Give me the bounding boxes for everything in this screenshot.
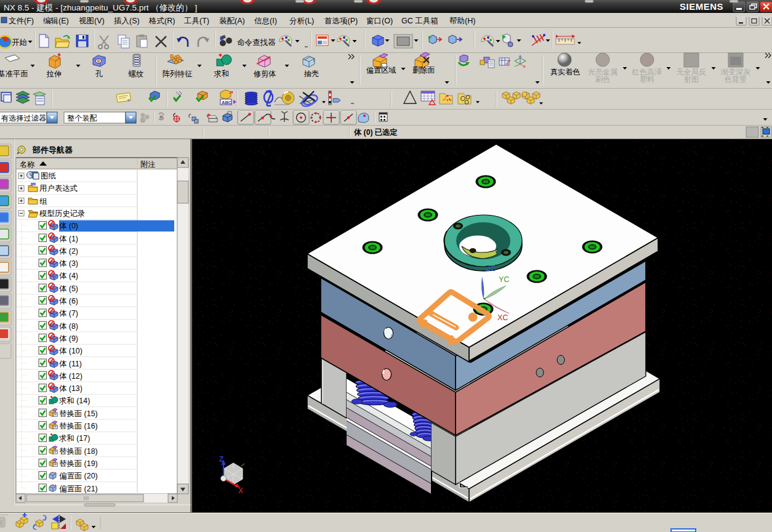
svg-text:塑料: 塑料 [640, 75, 654, 84]
svg-text:XC: XC [497, 313, 508, 322]
svg-text:首选项(P): 首选项(P) [324, 17, 358, 25]
svg-text:螺纹: 螺纹 [129, 70, 143, 78]
svg-text:工具(T): 工具(T) [184, 17, 209, 25]
svg-text:窗口(O): 窗口(O) [366, 17, 393, 25]
svg-text:体 (5): 体 (5) [59, 284, 78, 293]
svg-text:替换面 (18): 替换面 (18) [59, 447, 98, 456]
svg-text:体 (6): 体 (6) [59, 297, 78, 305]
svg-text:偏置面 (20): 偏置面 (20) [59, 472, 98, 480]
svg-text:X: X [238, 486, 243, 495]
svg-text:替换面 (15): 替换面 (15) [59, 409, 98, 418]
svg-text:文件(F): 文件(F) [9, 17, 34, 25]
svg-text:信息(I): 信息(I) [254, 17, 277, 25]
svg-text:部件导航器: 部件导航器 [32, 145, 73, 155]
svg-text:体 (11): 体 (11) [59, 360, 82, 368]
svg-text:替换面 (19): 替换面 (19) [59, 459, 98, 468]
svg-text:NX 8.5 - 建模 - [zhuangpeitu_UG7: NX 8.5 - 建模 - [zhuangpeitu_UG7.5.prt （修改… [4, 3, 197, 12]
svg-text:体 (3): 体 (3) [59, 259, 78, 268]
svg-text:++: ++ [446, 97, 452, 103]
svg-text:编辑(E): 编辑(E) [43, 17, 69, 25]
svg-text:体 (0) 已选定: 体 (0) 已选定 [353, 128, 397, 137]
svg-text:帮助(H): 帮助(H) [449, 17, 475, 25]
svg-text:GC 工具箱: GC 工具箱 [401, 17, 438, 25]
svg-text:ZC: ZC [486, 264, 496, 273]
svg-text:色背景: 色背景 [724, 75, 747, 84]
svg-text:抽壳: 抽壳 [304, 70, 319, 78]
svg-text:体 (13): 体 (13) [59, 384, 82, 393]
svg-text:阵列特征: 阵列特征 [163, 70, 193, 78]
svg-text:YC: YC [499, 275, 509, 284]
svg-text:附注: 附注 [140, 160, 155, 169]
svg-text:体 (9): 体 (9) [59, 334, 78, 343]
svg-text:分析(L): 分析(L) [289, 17, 314, 25]
svg-text:替换面 (16): 替换面 (16) [59, 422, 98, 430]
svg-text:刷色: 刷色 [595, 75, 610, 84]
svg-text:拉伸: 拉伸 [46, 70, 62, 78]
svg-text:偏置区域: 偏置区域 [366, 66, 396, 75]
svg-text:体 (10): 体 (10) [59, 347, 82, 355]
svg-text:真实着色: 真实着色 [550, 68, 581, 76]
svg-text:体 (12): 体 (12) [59, 372, 82, 381]
svg-text:用户表达式: 用户表达式 [39, 184, 78, 193]
svg-text:体 (7): 体 (7) [59, 309, 78, 318]
svg-text:组: 组 [39, 197, 47, 206]
svg-text:插入(S): 插入(S) [114, 17, 140, 25]
svg-text:基准平面: 基准平面 [0, 70, 28, 78]
svg-text:体 (0): 体 (0) [59, 222, 78, 230]
svg-text:Z: Z [219, 455, 223, 464]
svg-text:装配(A): 装配(A) [219, 17, 245, 25]
svg-text:名称: 名称 [20, 160, 34, 169]
svg-text:格式(R): 格式(R) [148, 17, 175, 25]
svg-text:体 (4): 体 (4) [59, 272, 78, 280]
svg-text:SIEMENS: SIEMENS [680, 1, 723, 12]
svg-text:删除面: 删除面 [412, 66, 435, 75]
svg-text:图纸: 图纸 [41, 172, 56, 180]
svg-text:体 (1): 体 (1) [59, 235, 78, 243]
svg-text:孔: 孔 [95, 70, 103, 78]
svg-text:整个装配: 整个装配 [67, 114, 97, 123]
svg-text:求和 (17): 求和 (17) [58, 434, 90, 443]
svg-text:偏置面 (21): 偏置面 (21) [59, 485, 98, 493]
svg-text:开始: 开始 [12, 38, 27, 47]
svg-text:体 (2): 体 (2) [59, 247, 78, 256]
svg-text:求和 (14): 求和 (14) [58, 397, 90, 405]
svg-text:修剪体: 修剪体 [254, 70, 276, 78]
svg-text:命令查找器: 命令查找器 [237, 38, 276, 47]
svg-text:有选择过滤器: 有选择过滤器 [1, 114, 46, 123]
svg-text:射图: 射图 [684, 75, 699, 84]
svg-text:模型历史记录: 模型历史记录 [39, 209, 85, 218]
svg-text:视图(V): 视图(V) [79, 17, 105, 25]
svg-text:体 (8): 体 (8) [59, 322, 78, 331]
svg-text:ABC: ABC [222, 100, 232, 105]
svg-text:求和: 求和 [214, 70, 229, 78]
